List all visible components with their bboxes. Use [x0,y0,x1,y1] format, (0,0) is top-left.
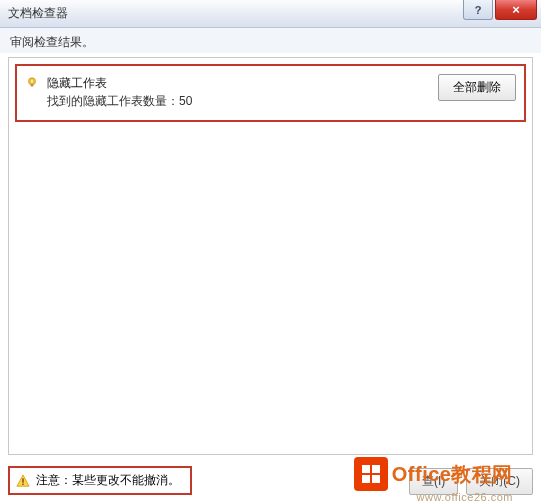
result-title: 隐藏工作表 [47,74,192,92]
svg-rect-1 [31,84,34,87]
warning-box: 注意：某些更改不能撤消。 [8,466,192,495]
window-title: 文档检查器 [8,5,68,22]
close-button[interactable]: × [495,0,537,20]
title-bar: 文档检查器 ? × [0,0,541,28]
result-detail-prefix: 找到的隐藏工作表数量： [47,94,179,108]
result-count: 50 [179,94,192,108]
result-text: 隐藏工作表 找到的隐藏工作表数量：50 [47,74,192,110]
window-controls: ? × [461,0,537,20]
svg-point-2 [31,80,33,82]
info-icon [25,76,39,90]
result-row: 隐藏工作表 找到的隐藏工作表数量：50 全部删除 [15,64,526,122]
warning-text: 注意：某些更改不能撤消。 [36,472,180,489]
subheader-text: 审阅检查结果。 [0,28,541,53]
help-button[interactable]: ? [463,0,493,20]
warning-body: 某些更改不能撤消。 [72,473,180,487]
warning-icon [16,474,30,488]
delete-all-button[interactable]: 全部删除 [438,74,516,101]
results-panel: 隐藏工作表 找到的隐藏工作表数量：50 全部删除 [8,57,533,455]
watermark-url: www.office26.com [417,491,513,501]
svg-rect-5 [22,483,23,484]
warning-label: 注意： [36,473,72,487]
result-left: 隐藏工作表 找到的隐藏工作表数量：50 [25,74,192,110]
svg-rect-4 [22,478,23,482]
result-detail: 找到的隐藏工作表数量：50 [47,92,192,110]
